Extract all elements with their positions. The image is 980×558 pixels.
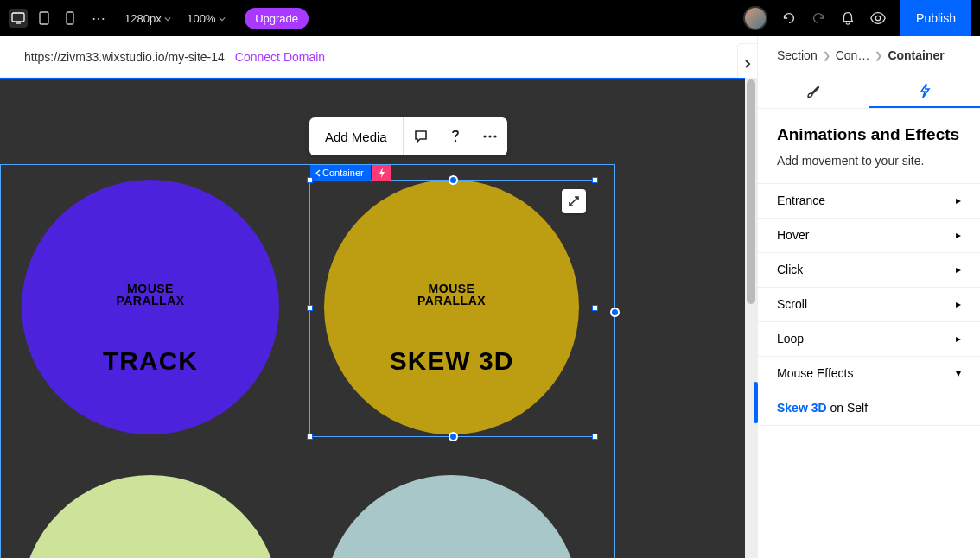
- vertical-scrollbar-thumb[interactable]: [747, 79, 755, 304]
- redo-icon: [811, 10, 826, 26]
- resize-handle-nw[interactable]: [307, 177, 313, 183]
- chevron-right-icon: ❯: [875, 50, 882, 61]
- resize-handle-se[interactable]: [592, 434, 598, 440]
- section-hover[interactable]: Hover▸: [758, 218, 980, 252]
- more-actions-button[interactable]: [473, 117, 507, 155]
- panel-subtitle: Add movement to your site.: [777, 154, 961, 168]
- chevron-down-icon: [219, 16, 226, 22]
- expand-button[interactable]: [562, 189, 586, 213]
- chevron-right-icon: [743, 59, 752, 69]
- effects-tab[interactable]: [869, 74, 981, 108]
- applied-mouse-effect-row[interactable]: Skew 3D on Self: [758, 390, 980, 426]
- add-media-button[interactable]: Add Media: [309, 117, 404, 155]
- chevron-left-icon: [315, 169, 321, 177]
- connect-domain-link[interactable]: Connect Domain: [235, 50, 325, 64]
- section-scroll[interactable]: Scroll▸: [758, 287, 980, 321]
- eye-icon: [869, 10, 887, 26]
- mobile-device-button[interactable]: [60, 9, 80, 28]
- resize-handle-e[interactable]: [592, 305, 598, 311]
- chevron-right-icon: ▸: [956, 229, 961, 241]
- selected-element-outline: Container: [309, 180, 595, 437]
- effects-indicator-tag[interactable]: [372, 165, 391, 181]
- chevron-right-icon: ❯: [823, 50, 830, 61]
- dots-icon: [482, 134, 498, 139]
- chevron-down-icon: ▾: [956, 367, 961, 379]
- chevron-right-icon: ▸: [956, 333, 961, 345]
- chevron-right-icon: ▸: [956, 194, 961, 206]
- url-bar: https://zivm33.wixstudio.io/my-site-14 C…: [0, 36, 757, 78]
- resize-handle-s[interactable]: [449, 432, 458, 441]
- svg-point-8: [493, 135, 496, 137]
- desktop-device-button[interactable]: [9, 9, 28, 28]
- inspector-panel: Section ❯ Con… ❯ Container Animations an…: [757, 36, 980, 558]
- expand-icon: [568, 195, 580, 207]
- effect-target-text: on Self: [827, 401, 868, 415]
- svg-rect-0: [12, 13, 24, 22]
- resize-handle-ne[interactable]: [592, 177, 598, 183]
- resize-handle-w[interactable]: [307, 305, 313, 311]
- floating-context-toolbar: Add Media: [309, 117, 507, 155]
- zoom-dropdown[interactable]: 100%: [187, 12, 226, 25]
- section-loop[interactable]: Loop▸: [758, 321, 980, 356]
- breadcrumb-section[interactable]: Section: [777, 48, 818, 62]
- more-devices-button[interactable]: ⋯: [92, 10, 107, 27]
- chevron-right-icon: ▸: [956, 263, 961, 276]
- question-icon: [449, 129, 462, 144]
- device-switch-group: ⋯: [9, 9, 107, 28]
- parent-edge-handle-right[interactable]: [610, 308, 620, 317]
- size-zoom-group: 1280px 100%: [124, 12, 226, 25]
- vertical-scrollbar-track[interactable]: [745, 78, 757, 558]
- resize-handle-n[interactable]: [449, 175, 458, 185]
- panel-title: Animations and Effects: [777, 124, 961, 145]
- top-bar: ⋯ 1280px 100% Upgrade Publish: [0, 0, 980, 36]
- tablet-icon: [39, 11, 49, 25]
- design-canvas[interactable]: MOUSE PARALLAX TRACK MOUSE PARALLAX SKEW…: [0, 78, 757, 558]
- help-button[interactable]: [438, 117, 473, 155]
- breadcrumb-current: Container: [888, 48, 944, 62]
- mobile-icon: [66, 11, 74, 25]
- selection-tag-group: Container: [310, 165, 391, 181]
- svg-point-4: [875, 16, 880, 20]
- lightning-icon: [919, 83, 931, 98]
- notifications-button[interactable]: [840, 10, 856, 26]
- publish-button[interactable]: Publish: [900, 0, 971, 36]
- canvas-area: https://zivm33.wixstudio.io/my-site-14 C…: [0, 36, 757, 558]
- svg-point-5: [455, 140, 456, 142]
- canvas-top-edge: [0, 78, 757, 79]
- section-mouse-effects[interactable]: Mouse Effects▾: [758, 356, 980, 390]
- panel-resize-handle[interactable]: [754, 382, 758, 423]
- chevron-down-icon: [164, 16, 171, 22]
- chevron-right-icon: ▸: [956, 298, 961, 310]
- breadcrumb-container-parent[interactable]: Con…: [836, 48, 870, 62]
- brush-icon: [805, 84, 821, 99]
- resize-handle-sw[interactable]: [307, 434, 313, 440]
- redo-button[interactable]: [811, 10, 826, 26]
- user-avatar[interactable]: [743, 6, 767, 30]
- comment-button[interactable]: [404, 117, 438, 155]
- undo-icon: [781, 10, 797, 26]
- svg-point-7: [488, 135, 491, 137]
- upgrade-button[interactable]: Upgrade: [245, 8, 309, 29]
- undo-button[interactable]: [781, 10, 797, 26]
- effect-name-link[interactable]: Skew 3D: [777, 401, 827, 415]
- comment-icon: [413, 129, 429, 144]
- inspector-tabs: [758, 74, 980, 109]
- tablet-device-button[interactable]: [35, 9, 54, 28]
- svg-rect-2: [40, 12, 48, 24]
- svg-rect-3: [67, 12, 73, 24]
- bell-icon: [840, 10, 856, 26]
- desktop-icon: [11, 12, 25, 24]
- site-url-text: https://zivm33.wixstudio.io/my-site-14: [24, 50, 225, 64]
- lightning-icon: [378, 168, 386, 178]
- preview-button[interactable]: [869, 10, 887, 26]
- section-entrance[interactable]: Entrance▸: [758, 183, 980, 218]
- inspector-breadcrumb: Section ❯ Con… ❯ Container: [758, 36, 980, 74]
- design-tab[interactable]: [758, 74, 869, 108]
- selection-breadcrumb-tag[interactable]: Container: [310, 165, 371, 181]
- viewport-width-dropdown[interactable]: 1280px: [124, 12, 171, 25]
- svg-point-6: [483, 135, 486, 137]
- section-click[interactable]: Click▸: [758, 252, 980, 287]
